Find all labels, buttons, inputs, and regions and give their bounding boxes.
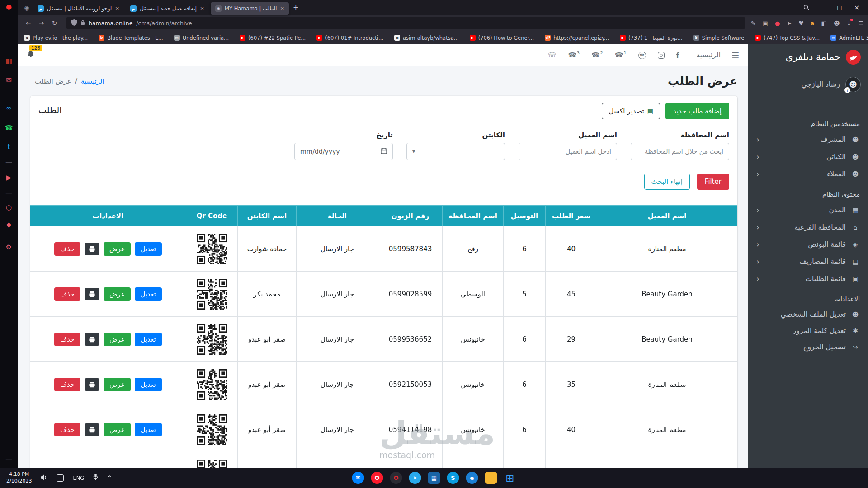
touch-keyboard-icon[interactable]	[57, 474, 64, 482]
amazon-icon[interactable]: a	[811, 20, 815, 27]
file-explorer-icon[interactable]	[485, 472, 497, 484]
bookmark-item[interactable]: ▶(706) How to Gener...	[470, 35, 534, 41]
shield-icon[interactable]	[71, 19, 77, 27]
brand-header[interactable]: حمامة ديلفري	[748, 44, 868, 70]
breadcrumb-home-link[interactable]: الرئيسية	[81, 77, 104, 85]
tab-close-icon[interactable]: ×	[280, 5, 284, 12]
language-indicator[interactable]: ENG	[73, 475, 84, 481]
sidebar-item[interactable]: ☻المشرف‹	[748, 131, 868, 148]
sidebar-item[interactable]: ☻الكباتن‹	[748, 148, 868, 165]
export-excel-button[interactable]: ▤تصدير اكسل	[602, 103, 660, 119]
skype-icon[interactable]: S	[447, 472, 459, 484]
bookmark-item[interactable]: ▶(607) #22 Spatie Pe...	[240, 35, 306, 41]
sidebar-item[interactable]: ✱تعديل كلمة المرور	[748, 323, 868, 339]
print-button[interactable]	[85, 423, 99, 436]
messenger-icon[interactable]: ∞	[0, 105, 18, 112]
whatsapp-icon[interactable]: ☎	[638, 52, 646, 59]
delete-button[interactable]: حذف	[54, 333, 80, 346]
close-button[interactable]: ×	[849, 1, 864, 14]
sidebar-item[interactable]: ⌂المحافظة الفرعية‹	[748, 219, 868, 236]
bookmark-item[interactable]: ePlay ev.io - the play...	[24, 35, 88, 41]
sidebar-toggle-icon[interactable]: ☰	[731, 50, 739, 60]
print-button[interactable]	[85, 378, 99, 391]
edit-button[interactable]: تعديل	[135, 242, 162, 256]
home-link[interactable]: الرئيسية	[697, 51, 721, 59]
edit-button[interactable]: تعديل	[135, 378, 162, 391]
briefcase-icon[interactable]: ▦	[0, 58, 18, 65]
windows-start-icon[interactable]: ⊞	[504, 472, 516, 484]
bookmark-item[interactable]: cPhttps://cpanel.epizy...	[545, 35, 609, 41]
calculator-icon[interactable]: ▦	[428, 472, 440, 484]
facebook-icon[interactable]: f	[676, 51, 679, 60]
sidebar-item[interactable]: ↪تسجيل الخروج	[748, 339, 868, 355]
clock[interactable]: 4:18 PM 2/10/2023	[6, 471, 32, 484]
telegram-icon[interactable]: ➤	[409, 472, 421, 484]
gear-icon[interactable]: ⚙	[0, 244, 18, 251]
instagram-icon[interactable]	[658, 52, 665, 59]
messenger-icon[interactable]: ✉	[352, 472, 364, 484]
edit-button[interactable]: تعديل	[135, 333, 162, 346]
sidebar-item[interactable]: ◈قائمة البونص‹	[748, 236, 868, 253]
browser-tab[interactable]: ملوجو لروضة الأطفال | مستقل×	[33, 2, 124, 15]
view-button[interactable]: عرض	[104, 423, 131, 436]
opera-icon[interactable]: O	[371, 472, 383, 484]
view-button[interactable]: عرض	[104, 287, 131, 301]
sidebar-item[interactable]: ▣قائمة الطلبات‹	[748, 270, 868, 287]
finish-search-button[interactable]: إنهاء البحث	[644, 174, 690, 190]
edit-button[interactable]: تعديل	[135, 423, 162, 436]
phone-line-icon[interactable]: ☎3	[568, 51, 580, 59]
play-icon[interactable]: ▶	[0, 174, 18, 181]
tab-close-icon[interactable]: ×	[115, 5, 119, 12]
app-menu-icon[interactable]: ☰	[858, 20, 863, 27]
tray-expand-icon[interactable]: ^	[107, 475, 112, 481]
filter-button[interactable]: Filter	[697, 174, 729, 190]
add-order-button[interactable]: إضافة طلب جديد	[665, 103, 729, 119]
edit-button[interactable]: تعديل	[135, 287, 162, 301]
chat-icon[interactable]: ✉	[0, 77, 18, 84]
sidebar-item[interactable]: ▤قائمة المصاريف‹	[748, 253, 868, 270]
account-icon[interactable]: ☻	[834, 20, 840, 27]
user-panel[interactable]: ☻? رشاد اليازجي	[748, 70, 868, 99]
print-button[interactable]	[85, 333, 99, 346]
view-button[interactable]: عرض	[104, 333, 131, 346]
bookmark-item[interactable]: ▤Undefined varia...	[174, 35, 229, 41]
bookmark-item[interactable]: bBlade Templates - L...	[99, 35, 163, 41]
delete-button[interactable]: حذف	[54, 378, 80, 391]
bookmark-item[interactable]: ◉asim-altayb/whatsa...	[394, 35, 459, 41]
phone-line-icon[interactable]: ☎1	[615, 51, 627, 59]
office-phone-icon[interactable]: ☏	[548, 51, 557, 59]
forward-icon[interactable]: →	[35, 19, 47, 27]
governorate-filter-input[interactable]	[631, 143, 729, 160]
opera-gx-icon[interactable]: O	[390, 472, 402, 484]
bookmark-item[interactable]: ▶(747) Top CSS & Jav...	[755, 35, 820, 41]
browser-tab[interactable]: مإضافة عمل جديد | مستقل×	[126, 2, 209, 15]
notifications-bell-icon[interactable]: 126	[27, 50, 35, 61]
delete-button[interactable]: حذف	[54, 287, 80, 301]
date-input[interactable]: mm/dd/yyyy	[294, 143, 393, 160]
sidebar-item[interactable]: ☻تعديل الملف الشخصي	[748, 306, 868, 323]
view-button[interactable]: عرض	[104, 378, 131, 391]
phone-line-icon[interactable]: ☎2	[591, 51, 603, 59]
favorites-heart-icon[interactable]: ♥	[798, 20, 804, 27]
record-icon[interactable]: ●	[0, 4, 18, 10]
address-bar[interactable]: hamama.online/cms/admin/archive	[66, 17, 745, 29]
extensions-icon[interactable]: ◧	[821, 20, 827, 27]
screenshot-icon[interactable]: ▣	[763, 20, 768, 27]
sidebar-item[interactable]: ☻العملاء‹	[748, 165, 868, 183]
back-icon[interactable]: ←	[22, 19, 34, 27]
clock-icon[interactable]: ○	[0, 204, 18, 211]
microphone-icon[interactable]	[93, 474, 98, 482]
print-button[interactable]	[85, 243, 99, 255]
view-button[interactable]: عرض	[104, 242, 131, 256]
reload-icon[interactable]: ↻	[48, 19, 61, 27]
calendar-icon[interactable]	[381, 148, 387, 155]
sidebar-item[interactable]: ▦المدن‹	[748, 202, 868, 219]
delete-button[interactable]: حذف	[54, 242, 80, 256]
bookmark-item[interactable]: ▶(737) 1 - دورة المبيعا...	[620, 35, 683, 41]
volume-icon[interactable]	[41, 474, 47, 482]
bookmark-item[interactable]: ▤AdminLTE 3 | Log in	[830, 35, 868, 41]
downloads-icon[interactable]: ↓	[846, 20, 851, 27]
new-tab-button[interactable]: +	[290, 4, 302, 12]
tab-close-icon[interactable]: ×	[200, 5, 204, 12]
twitter-icon[interactable]: t	[0, 144, 18, 150]
